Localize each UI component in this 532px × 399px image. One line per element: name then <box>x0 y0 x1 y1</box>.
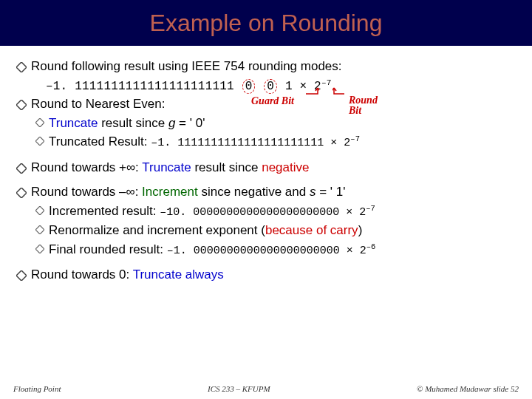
exponent: –7 <box>321 78 332 87</box>
binary-prefix: –1. 1111111111111111111111 <box>46 80 242 93</box>
title-bar: Example on Rounding <box>0 0 532 46</box>
slide-footer: Floating Point ICS 233 – KFUPM © Muhamed… <box>0 384 532 393</box>
sub-2-2-text: Truncated Result: –1. 111111111111111111… <box>49 134 360 149</box>
bullet-5-text: Round towards 0: Truncate always <box>31 267 224 282</box>
negative-word: negative <box>262 160 309 174</box>
diamond-bullet-icon <box>16 270 27 281</box>
truncate-always: Truncate always <box>133 267 224 282</box>
bullet-1: Round following result using IEEE 754 ro… <box>16 59 516 74</box>
round-bit-circle: 0 <box>264 79 277 94</box>
diamond-bullet-icon <box>16 163 27 174</box>
binary-number-line: –1. 1111111111111111111111 0 0 1 × 2–7 <box>46 78 516 95</box>
slide-body: Round following result using IEEE 754 ro… <box>0 46 532 282</box>
truncate-word: Truncate <box>49 116 98 130</box>
carry-note: because of carry <box>265 223 358 237</box>
diamond-sub-icon <box>35 225 44 234</box>
sub-4-3: Final rounded result: –1. 00000000000000… <box>35 242 516 257</box>
g-var: g <box>168 116 175 130</box>
footer-left: Floating Point <box>13 384 61 393</box>
diamond-bullet-icon <box>16 62 27 72</box>
footer-center: ICS 233 – KFUPM <box>208 384 270 393</box>
guard-bit-circle: 0 <box>242 79 256 94</box>
bullet-5: Round towards 0: Truncate always <box>16 267 516 282</box>
footer-right: © Muhamed Mudawar slide 52 <box>417 384 519 393</box>
sub-4-2-text: Renormalize and increment exponent (beca… <box>49 223 362 238</box>
bullet-1-text: Round following result using IEEE 754 ro… <box>31 59 342 74</box>
truncate-word: Truncate <box>142 160 191 174</box>
sub-4-2: Renormalize and increment exponent (beca… <box>35 223 516 238</box>
sub-2-2: Truncated Result: –1. 111111111111111111… <box>35 134 516 149</box>
sub-2-1-text: Truncate result since g = ' 0' <box>49 116 205 131</box>
guard-arrow-icon <box>303 86 319 98</box>
truncated-result: –1. 1111111111111111111111 × 2 <box>151 137 350 149</box>
sub-4-1: Incremented result: –10. 000000000000000… <box>35 204 516 219</box>
guard-bit-label: Guard Bit <box>251 95 294 107</box>
bullet-3: Round towards +∞: Truncate result since … <box>16 160 516 175</box>
increment-word: Increment <box>142 185 198 199</box>
slide-title: Example on Rounding <box>150 10 383 37</box>
bullet-4-text: Round towards –∞: Increment since negati… <box>31 185 345 200</box>
sub-4-3-text: Final rounded result: –1. 00000000000000… <box>49 242 375 257</box>
bullet-4: Round towards –∞: Increment since negati… <box>16 185 516 200</box>
diamond-sub-icon <box>35 118 44 127</box>
diamond-sub-icon <box>35 206 44 215</box>
round-bit-label: RoundBit <box>349 95 378 116</box>
round-arrow-icon <box>332 86 346 98</box>
sub-4-1-text: Incremented result: –10. 000000000000000… <box>49 204 375 219</box>
diamond-bullet-icon <box>16 188 27 198</box>
bullet-3-text: Round towards +∞: Truncate result since … <box>31 160 309 175</box>
final-result: –1. 0000000000000000000000 × 2 <box>167 245 366 257</box>
diamond-sub-icon <box>35 245 44 253</box>
diamond-sub-icon <box>35 137 44 146</box>
bit-annotations: Guard Bit RoundBit <box>46 95 516 110</box>
incremented-result: –10. 0000000000000000000000 × 2 <box>160 206 366 219</box>
sub-2-1: Truncate result since g = ' 0' <box>35 116 516 131</box>
diamond-bullet-icon <box>16 100 27 110</box>
